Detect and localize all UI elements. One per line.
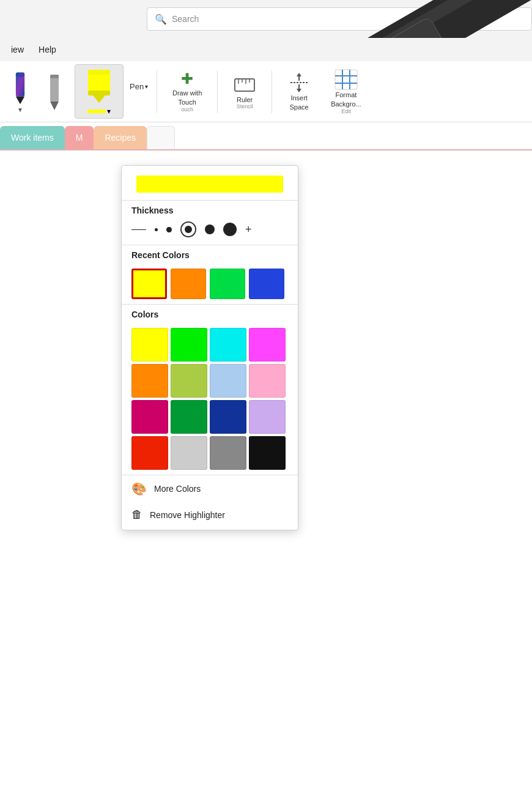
color-pink[interactable] [249, 364, 286, 398]
highlighter-tool[interactable]: ▾ [75, 64, 124, 119]
svg-marker-20 [297, 73, 301, 76]
tab-m[interactable]: M [65, 126, 94, 149]
thickness-selected[interactable] [180, 221, 196, 237]
insert-space-tool[interactable]: Insert Space [281, 67, 317, 116]
recent-colors-label: Recent Colors [122, 245, 298, 264]
format-background-icon [334, 69, 358, 91]
color-preview-bar [136, 176, 283, 193]
thickness-xlarge[interactable] [223, 223, 237, 236]
draw-with-touch[interactable]: ✚ Draw with Touch ouch [166, 67, 209, 116]
search-bar[interactable]: 🔍 Search [147, 7, 532, 31]
thickness-selected-inner [185, 226, 192, 233]
svg-rect-14 [235, 79, 254, 91]
svg-rect-7 [50, 75, 59, 102]
color-orange[interactable] [131, 364, 168, 398]
svg-rect-24 [335, 70, 357, 89]
toolbar-separator-1 [157, 70, 157, 113]
highlighter-dropdown: Thickness + Recent Colors Colors [121, 165, 298, 530]
ruler-icon [234, 74, 256, 96]
color-crimson[interactable] [131, 400, 168, 434]
galaxy-pen-label: ▼ [17, 106, 23, 113]
format-background-tool[interactable]: Format Backgro... Edit [323, 67, 369, 116]
color-cyan[interactable] [210, 328, 246, 362]
toolbar-separator-3 [272, 70, 272, 113]
color-yellow[interactable] [131, 328, 168, 362]
color-lavender[interactable] [249, 400, 286, 434]
pen-tool-galaxy[interactable]: ▼ [6, 70, 34, 113]
thickness-tiny[interactable] [131, 229, 146, 230]
notebook-tabs: Work items M Recipes [0, 122, 532, 150]
highlighter-icon [84, 67, 114, 106]
color-light-gray[interactable] [171, 436, 207, 470]
highlighter-dropdown-arrow[interactable]: ▾ [107, 107, 111, 116]
thickness-custom[interactable]: + [245, 223, 252, 236]
remove-highlighter-button[interactable]: 🗑 Remove Highlighter [122, 502, 298, 527]
color-dark-green[interactable] [171, 400, 207, 434]
edit-label: Edit [341, 108, 351, 114]
thickness-small[interactable] [155, 228, 158, 231]
svg-marker-23 [297, 89, 301, 92]
draw-touch-label: Draw with Touch [172, 89, 202, 106]
insert-space-icon [288, 72, 310, 94]
thickness-medium[interactable] [166, 227, 172, 232]
colors-grid [122, 323, 298, 475]
svg-rect-11 [88, 91, 110, 95]
svg-rect-6 [16, 72, 24, 76]
tab-blank[interactable] [147, 126, 175, 149]
recent-color-orange[interactable] [171, 269, 206, 299]
recent-color-yellow[interactable] [131, 269, 167, 299]
colors-label: Colors [122, 305, 298, 323]
menu-item-view[interactable]: iew [5, 42, 30, 57]
highlighter-color-bar [87, 109, 106, 113]
pen-tool-gray[interactable] [40, 70, 68, 113]
color-gray[interactable] [210, 436, 246, 470]
format-bg-label: Format Backgro... [331, 91, 361, 108]
color-light-blue[interactable] [210, 364, 246, 398]
recent-color-blue[interactable] [249, 269, 284, 299]
pen-section: Pen ▾ [130, 82, 148, 91]
svg-marker-12 [93, 95, 105, 103]
tab-recipes[interactable]: Recipes [94, 126, 147, 149]
stencil-label: Stencil [237, 103, 253, 109]
svg-marker-8 [50, 102, 59, 110]
color-red[interactable] [131, 436, 168, 470]
touch-sublabel: ouch [181, 106, 193, 113]
tab-work-items[interactable]: Work items [0, 126, 65, 149]
recent-colors-grid [122, 264, 298, 304]
thickness-large[interactable] [205, 224, 215, 234]
gray-pen-icon [45, 72, 64, 111]
recent-color-green[interactable] [210, 269, 245, 299]
remove-icon: 🗑 [131, 508, 142, 521]
color-dark-blue[interactable] [210, 400, 246, 434]
insert-space-label: Insert Space [290, 94, 309, 111]
toolbar-separator-2 [217, 70, 218, 113]
more-colors-button[interactable]: 🎨 More Colors [122, 475, 298, 502]
draw-touch-icon: ✚ [181, 70, 193, 87]
menu-row: iew Help [0, 38, 532, 61]
search-placeholder: Search [172, 14, 199, 24]
svg-rect-9 [50, 75, 59, 78]
thickness-row: + [122, 219, 298, 245]
pen-label[interactable]: Pen ▾ [130, 82, 148, 91]
search-icon: 🔍 [155, 13, 167, 25]
svg-rect-13 [88, 70, 110, 75]
menu-item-help[interactable]: Help [32, 42, 62, 57]
svg-marker-5 [16, 96, 24, 103]
color-green[interactable] [171, 328, 207, 362]
galaxy-pen-icon [9, 70, 31, 105]
ruler-label: Ruler [237, 96, 253, 103]
more-colors-icon: 🎨 [131, 481, 147, 496]
thickness-label: Thickness [122, 201, 298, 219]
color-lime[interactable] [171, 364, 207, 398]
color-magenta[interactable] [249, 328, 286, 362]
color-black[interactable] [249, 436, 286, 470]
ruler-tool[interactable]: Ruler Stencil [226, 67, 263, 116]
toolbar-row: ▼ ▾ Pen [0, 61, 532, 122]
